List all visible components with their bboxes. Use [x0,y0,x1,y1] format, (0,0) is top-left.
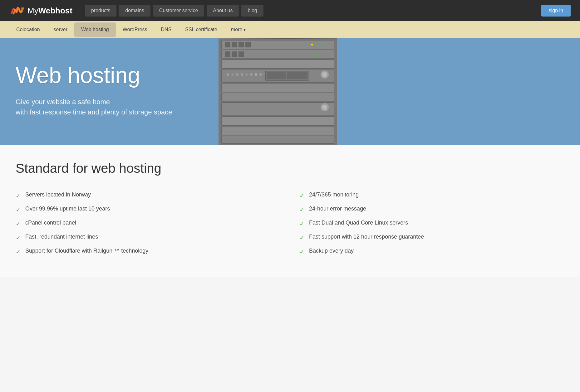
nav-blog[interactable]: blog [241,5,263,17]
check-icon: ✓ [16,206,21,213]
svg-point-34 [322,105,327,110]
svg-point-23 [227,73,229,76]
subnav-ssl[interactable]: SSL certificate [178,22,224,37]
check-icon: ✓ [16,192,21,199]
svg-rect-14 [245,42,251,47]
svg-rect-6 [222,93,334,102]
feature-item: ✓ Fast Dual and Quad Core Linux servers [299,216,564,230]
server-rack-svg [219,38,337,145]
feature-item: ✓ Fast support with 12 hour response gua… [299,230,564,244]
subnav-server[interactable]: server [47,22,74,37]
feature-item: ✓ 24/7/365 monitoring [299,188,564,202]
top-nav-links: products domains Customer service About … [85,5,571,17]
chevron-down-icon [243,27,246,32]
svg-rect-13 [238,42,244,47]
subnav-more[interactable]: more [224,22,253,37]
hero-section: Web hosting Give your website a safe hom… [0,38,580,145]
feature-item: ✓ Fast, redundant internet lines [16,230,281,244]
nav-products[interactable]: products [85,5,116,17]
svg-point-20 [319,44,321,46]
sub-navigation: Colocation server Web hosting WordPress … [0,21,580,38]
section-title: Standard for web hosting [16,161,564,176]
svg-rect-3 [222,60,334,68]
svg-rect-9 [222,126,334,135]
svg-point-27 [245,73,248,76]
svg-rect-17 [238,51,244,57]
features-right: ✓ 24/7/365 monitoring ✓ 24-hour error me… [299,188,564,259]
svg-rect-37 [287,72,307,79]
svg-point-24 [231,73,234,76]
svg-rect-5 [222,83,334,92]
svg-point-18 [311,44,313,46]
feature-item: ✓ Backup every day [299,244,564,259]
feature-item: ✓ cPanel control panel [16,216,281,230]
features-left: ✓ Servers located in Norway ✓ Over 99.96… [16,188,281,259]
svg-rect-36 [267,72,286,79]
hero-title: Web hosting [16,63,203,88]
feature-item: ✓ 24-hour error message [299,202,564,216]
svg-rect-12 [232,42,237,47]
feature-item: ✓ Support for Cloudflare with Railgun ™ … [16,244,281,259]
check-icon: ✓ [16,234,21,241]
features-grid: ✓ Servers located in Norway ✓ Over 99.96… [16,188,564,259]
svg-point-21 [311,53,313,55]
nav-customer-service[interactable]: Customer service [153,5,204,17]
svg-rect-7 [222,103,334,116]
hero-server-image [219,38,337,145]
subnav-colocation[interactable]: Colocation [9,22,47,37]
feature-item: ✓ Servers located in Norway [16,188,281,202]
check-icon: ✓ [299,206,305,213]
feature-item: ✓ Over 99.96% uptime last 10 years [16,202,281,216]
check-icon: ✓ [16,248,21,255]
svg-point-28 [250,73,253,76]
main-content: Standard for web hosting ✓ Servers locat… [0,145,580,277]
svg-rect-10 [222,136,334,143]
hero-content: Web hosting Give your website a safe hom… [0,38,219,145]
svg-point-32 [322,72,327,77]
svg-point-19 [315,44,317,46]
svg-rect-16 [232,51,237,57]
subnav-dns[interactable]: DNS [154,22,179,37]
check-icon: ✓ [299,192,305,199]
subnav-web-hosting[interactable]: Web hosting [74,22,116,37]
nav-about-us[interactable]: About us [207,5,239,17]
svg-point-25 [236,73,238,76]
check-icon: ✓ [16,220,21,227]
hero-subtitle: Give your website a safe home with fast … [16,97,203,117]
brand-name: MyWebhost [27,6,72,16]
svg-rect-15 [225,51,230,57]
svg-point-22 [315,53,317,55]
subnav-wordpress[interactable]: WordPress [116,22,154,37]
nav-domains[interactable]: domains [119,5,150,17]
check-icon: ✓ [299,234,305,241]
check-icon: ✓ [299,248,305,255]
signin-button[interactable]: sign in [541,5,571,17]
svg-point-30 [259,73,262,76]
svg-rect-11 [225,42,230,47]
logo-area[interactable]: MyWebhost [9,3,72,18]
logo-icon [9,3,24,18]
svg-point-29 [255,73,257,76]
svg-rect-8 [222,117,334,125]
svg-point-26 [241,73,243,76]
top-navigation: MyWebhost products domains Customer serv… [0,0,580,21]
check-icon: ✓ [299,220,305,227]
